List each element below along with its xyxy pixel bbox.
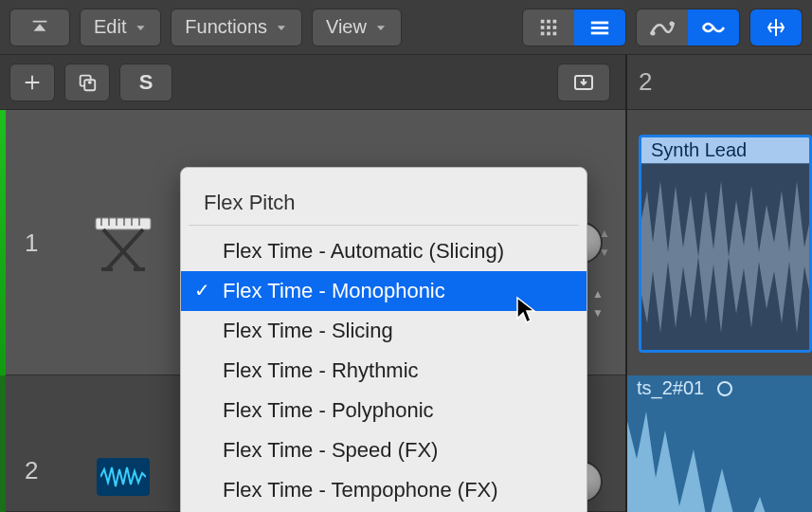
view-menu[interactable]: View ▼ [312, 9, 402, 46]
view-menu-label: View [326, 16, 367, 38]
mouse-cursor-icon [515, 296, 538, 328]
svg-rect-10 [591, 27, 608, 29]
flex-option-speed[interactable]: Flex Time - Speed (FX) [181, 430, 586, 470]
flex-option-polyphonic[interactable]: Flex Time - Polyphonic [181, 391, 586, 430]
chevron-down-icon: ▼ [275, 23, 288, 32]
loop-indicator-icon [717, 381, 732, 396]
audio-region[interactable]: Synth Lead [639, 135, 812, 353]
timeline-area[interactable]: Synth Lead ts_2#01 [627, 110, 812, 512]
solo-button[interactable]: S [119, 64, 172, 101]
flex-mode-stepper[interactable]: ▲ ▼ [592, 287, 613, 320]
keyboard-stand-icon [89, 209, 157, 277]
chevron-up-icon: ▲ [599, 227, 618, 240]
catch-playhead-button[interactable] [750, 9, 802, 46]
svg-rect-3 [541, 26, 545, 29]
audio-region[interactable]: ts_2#01 [627, 375, 812, 512]
region-name: Synth Lead [641, 137, 809, 164]
svg-rect-4 [547, 26, 550, 29]
flex-button[interactable] [688, 9, 739, 46]
automation-curve-button[interactable] [637, 9, 688, 46]
list-view-button[interactable] [574, 9, 625, 46]
flex-option-automatic[interactable]: Flex Time - Automatic (Slicing) [181, 231, 586, 271]
svg-rect-7 [547, 31, 550, 35]
flex-option-tempophone[interactable]: Flex Time - Tempophone (FX) [181, 470, 586, 510]
svg-rect-6 [541, 31, 545, 35]
add-track-button[interactable] [9, 64, 55, 101]
svg-point-13 [670, 21, 675, 26]
flex-segmented [636, 9, 740, 46]
flex-popup-header[interactable]: Flex Pitch [181, 175, 586, 225]
svg-rect-2 [553, 19, 557, 23]
timeline-ruler[interactable]: 2 [625, 55, 812, 110]
svg-rect-0 [541, 19, 545, 23]
functions-menu-label: Functions [185, 16, 267, 38]
functions-menu[interactable]: Functions ▼ [171, 9, 302, 46]
catch-segmented [749, 9, 803, 46]
svg-line-27 [107, 229, 143, 269]
svg-line-26 [103, 229, 139, 269]
chevron-down-icon: ▼ [374, 23, 388, 32]
waveform-icon [627, 402, 812, 512]
waveform-icon [641, 162, 812, 352]
track-number: 2 [25, 456, 38, 485]
region-name: ts_2#01 [637, 377, 704, 399]
svg-point-12 [651, 30, 656, 35]
edit-menu[interactable]: Edit ▼ [80, 9, 161, 46]
track-number: 1 [25, 228, 38, 257]
edit-menu-label: Edit [94, 16, 126, 38]
ruler-bar-number: 2 [639, 67, 652, 97]
chevron-down-icon: ▼ [134, 23, 147, 32]
svg-rect-19 [96, 218, 151, 229]
chevron-down-icon: ▼ [599, 246, 618, 259]
flex-mode-stepper[interactable]: ▲ ▼ [599, 227, 618, 259]
flex-option-rhythmic[interactable]: Flex Time - Rhythmic [181, 351, 586, 391]
chevron-down-icon: ▼ [592, 306, 613, 320]
catch-tray-button[interactable] [557, 64, 610, 101]
solo-label: S [139, 70, 153, 95]
audio-wave-icon [89, 443, 157, 511]
divider [189, 225, 579, 226]
svg-rect-8 [553, 31, 557, 35]
flex-mode-popup: Flex Pitch Flex Time - Automatic (Slicin… [180, 167, 587, 512]
svg-rect-1 [547, 19, 550, 23]
chevron-up-icon: ▲ [592, 287, 613, 301]
svg-rect-9 [591, 21, 608, 24]
duplicate-track-button[interactable] [64, 64, 110, 101]
svg-rect-11 [591, 31, 608, 34]
grid-view-button[interactable] [523, 9, 574, 46]
collapse-up-button[interactable] [9, 9, 70, 46]
view-mode-segmented [522, 9, 626, 46]
svg-rect-5 [553, 26, 557, 29]
track-header-bar: S [0, 55, 625, 110]
main-toolbar: Edit ▼ Functions ▼ View ▼ [0, 0, 812, 55]
